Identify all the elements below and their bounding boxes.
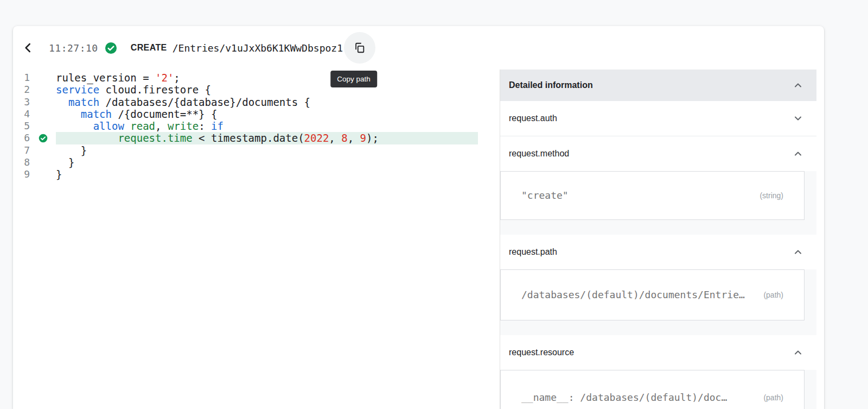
section-gap bbox=[500, 320, 816, 335]
toolbar: 11:27:10 CREATE /Entries/v1uJxXb6K1KWwDb… bbox=[13, 26, 824, 70]
rule-match-check-icon bbox=[30, 132, 56, 144]
copy-path-tooltip: Copy path bbox=[330, 71, 377, 87]
chevron-down-icon bbox=[792, 112, 805, 125]
value-type-label: (path) bbox=[763, 391, 783, 405]
code-line[interactable]: 5 allow read, write: if bbox=[13, 120, 500, 132]
gutter-spacer bbox=[30, 108, 56, 120]
value-card-request-method: "create"(string) bbox=[500, 171, 805, 220]
request-document-path: /Entries/v1uJxXb6K1KWwDbspoz1 bbox=[173, 42, 343, 54]
code-line-text: rules_version = '2'; bbox=[56, 72, 500, 84]
section-label: request.path bbox=[509, 247, 557, 257]
line-number: 1 bbox=[13, 72, 30, 84]
gutter-spacer bbox=[30, 144, 56, 156]
code-line-text: } bbox=[56, 168, 500, 180]
code-line-text: allow read, write: if bbox=[56, 120, 500, 132]
line-number: 3 bbox=[13, 96, 30, 108]
line-number: 4 bbox=[13, 108, 30, 120]
code-line[interactable]: 3 match /databases/{database}/documents … bbox=[13, 96, 500, 108]
code-line[interactable]: 8 } bbox=[13, 156, 500, 168]
details-panel: Detailed information request.authrequest… bbox=[500, 70, 824, 409]
code-line-text: match /{document=**} { bbox=[56, 108, 500, 120]
code-line-text: service cloud.firestore { bbox=[56, 84, 500, 96]
request-method-label: CREATE bbox=[131, 43, 167, 53]
back-button[interactable] bbox=[18, 37, 38, 59]
line-number: 9 bbox=[13, 168, 30, 180]
gutter-spacer bbox=[30, 72, 56, 84]
section-header-request-auth[interactable]: request.auth bbox=[500, 101, 816, 136]
arrow-back-icon bbox=[21, 41, 35, 55]
code-line[interactable]: 2service cloud.firestore { bbox=[13, 84, 500, 96]
line-number: 6 bbox=[13, 132, 30, 144]
code-line[interactable]: 1rules_version = '2'; bbox=[13, 72, 500, 84]
section-label: request.auth bbox=[509, 114, 557, 123]
value-type-label: (path) bbox=[763, 288, 783, 302]
line-number: 2 bbox=[13, 84, 30, 96]
line-number: 7 bbox=[13, 144, 30, 156]
gutter-spacer bbox=[30, 120, 56, 132]
detailed-information-header[interactable]: Detailed information bbox=[500, 70, 816, 101]
gutter-spacer bbox=[30, 84, 56, 96]
request-timestamp: 11:27:10 bbox=[49, 42, 98, 54]
section-header-request-method[interactable]: request.method bbox=[500, 136, 816, 171]
request-allowed-check-icon bbox=[105, 42, 117, 54]
detailed-information-title: Detailed information bbox=[509, 80, 593, 90]
details-panel-inner: Detailed information request.authrequest… bbox=[500, 70, 816, 409]
chevron-up-icon bbox=[792, 346, 805, 359]
chevron-up-icon bbox=[792, 79, 805, 92]
line-number: 8 bbox=[13, 156, 30, 168]
chevron-up-icon bbox=[792, 147, 805, 160]
section-header-request-path[interactable]: request.path bbox=[500, 235, 816, 269]
section-value: __name__: /databases/(default)/doc… bbox=[521, 391, 727, 405]
code-line-text: request.time < timestamp.date(2022, 8, 9… bbox=[56, 132, 478, 144]
code-line-text: match /databases/{database}/documents { bbox=[56, 96, 500, 108]
code-line[interactable]: 9} bbox=[13, 168, 500, 180]
code-line[interactable]: 4 match /{document=**} { bbox=[13, 108, 500, 120]
details-sections: request.authrequest.method"create"(strin… bbox=[500, 101, 816, 409]
chevron-up-icon bbox=[792, 246, 805, 259]
copy-icon bbox=[354, 42, 366, 54]
copy-path-button[interactable] bbox=[344, 32, 375, 64]
code-editor[interactable]: 1rules_version = '2';2service cloud.fire… bbox=[13, 70, 500, 409]
code-line[interactable]: 7 } bbox=[13, 144, 500, 156]
gutter-spacer bbox=[30, 156, 56, 168]
gutter-spacer bbox=[30, 168, 56, 180]
code-line[interactable]: 6 request.time < timestamp.date(2022, 8,… bbox=[13, 132, 500, 144]
main-content: 1rules_version = '2';2service cloud.fire… bbox=[13, 70, 824, 409]
section-value: /databases/(default)/documents/Entrie… bbox=[521, 288, 745, 302]
gutter-spacer bbox=[30, 96, 56, 108]
section-value: "create" bbox=[521, 188, 569, 203]
line-number: 5 bbox=[13, 120, 30, 132]
section-header-request-resource[interactable]: request.resource bbox=[500, 335, 816, 370]
code-line-text: } bbox=[56, 156, 500, 168]
value-type-label: (string) bbox=[760, 188, 783, 203]
section-gap bbox=[500, 220, 816, 235]
value-card-request-path: /databases/(default)/documents/Entrie…(p… bbox=[500, 269, 805, 320]
code-line-text: } bbox=[56, 144, 500, 156]
section-label: request.method bbox=[509, 149, 569, 159]
section-label: request.resource bbox=[509, 348, 574, 357]
value-card-request-resource: __name__: /databases/(default)/doc…(path… bbox=[500, 370, 805, 409]
rules-playground-window: 11:27:10 CREATE /Entries/v1uJxXb6K1KWwDb… bbox=[13, 26, 824, 409]
